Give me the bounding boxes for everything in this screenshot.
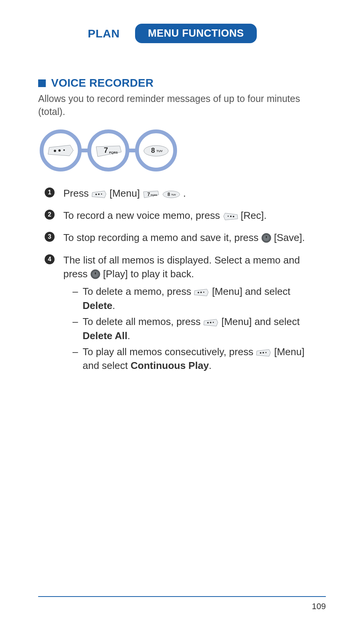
keychain-graphic: 7 PQRS 8 TUV: [40, 128, 326, 173]
svg-point-37: [200, 292, 202, 293]
key-7-icon: 7PQRS: [143, 190, 159, 199]
menu-key-icon: [203, 319, 219, 327]
step-4-text: The list of all memos is displayed. Sele…: [63, 253, 308, 375]
sub2-bold: Delete All: [82, 330, 127, 341]
svg-point-17: [101, 193, 102, 194]
step-3-text: To stop recording a memo and save it, pr…: [63, 231, 305, 244]
sub3-bold: Continuous Play: [130, 360, 209, 371]
page-number: 109: [312, 602, 326, 611]
step-1-end: .: [183, 188, 186, 199]
sub-item-continuous-play-text: To play all memos consecutively, press […: [82, 345, 308, 373]
footer-rule: [38, 596, 326, 597]
bullet-4-icon: 4: [44, 254, 55, 265]
step-1: 1 Press [Menu] 7PQRS 8TUV .: [44, 186, 326, 200]
svg-text:TUV: TUV: [171, 194, 176, 196]
svg-text:TUV: TUV: [156, 149, 163, 153]
step-3-pre: To stop recording a memo and save it, pr…: [63, 232, 261, 243]
menu-key-icon: [92, 190, 107, 199]
rec-key-icon: [223, 212, 238, 221]
step-1-menu-label: [Menu]: [110, 188, 143, 199]
sub-item-delete-all-text: To delete all memos, press [Menu] and se…: [82, 315, 308, 343]
svg-text:8: 8: [151, 147, 155, 154]
sub-item-continuous-play: – To play all memos consecutively, press…: [72, 345, 308, 373]
svg-text:7: 7: [147, 191, 150, 197]
svg-text:3: 3: [48, 233, 52, 240]
section-intro-text: Allows you to record reminder messages o…: [38, 92, 326, 118]
menu-key-icon: [256, 349, 271, 357]
svg-point-38: [203, 292, 205, 293]
step-3-save-label: [Save].: [274, 232, 305, 243]
dash-icon: –: [72, 285, 78, 312]
header-tab-label: MENU FUNCTIONS: [135, 24, 257, 43]
bullet-3-icon: 3: [44, 231, 55, 242]
svg-point-39: [207, 322, 209, 323]
sub1-bold: Delete: [82, 300, 112, 311]
sub-item-delete-all: – To delete all memos, press [Menu] and …: [72, 315, 308, 343]
sub-item-delete-text: To delete a memo, press [Menu] and selec…: [82, 285, 308, 312]
step-2-pre: To record a new voice memo, press: [63, 210, 223, 221]
step-1-text: Press [Menu] 7PQRS 8TUV .: [63, 186, 186, 200]
step-2-rec-label: [Rec].: [241, 210, 267, 221]
sub1-end: .: [113, 300, 115, 311]
step-2-text: To record a new voice memo, press [Rec].: [63, 209, 267, 222]
heading-bullet-icon: [38, 79, 46, 87]
svg-text:1: 1: [48, 189, 52, 196]
sub2-end: .: [127, 330, 130, 341]
step-3: 3 To stop recording a memo and save it, …: [44, 231, 326, 244]
key-8-icon: 8TUV: [162, 190, 180, 199]
dash-icon: –: [72, 345, 78, 373]
svg-point-25: [227, 215, 229, 217]
steps-list: 1 Press [Menu] 7PQRS 8TUV . 2: [38, 186, 326, 375]
menu-key-icon: [194, 288, 209, 297]
sub3-pre: To play all memos consecutively, press: [82, 346, 256, 357]
svg-text:2: 2: [48, 211, 52, 218]
step-4: 4 The list of all memos is displayed. Se…: [44, 253, 326, 375]
step-4-line1-play: [Play] to play it back.: [103, 268, 194, 280]
svg-point-10: [144, 146, 168, 156]
step-4-sub-list: – To delete a memo, press [Menu] and sel…: [63, 285, 308, 372]
bullet-1-icon: 1: [44, 187, 55, 198]
section-heading: VOICE RECORDER: [38, 77, 326, 89]
svg-point-42: [260, 352, 261, 354]
section-title: VOICE RECORDER: [51, 77, 153, 89]
svg-point-27: [233, 216, 234, 217]
svg-point-26: [230, 215, 232, 217]
svg-point-43: [263, 352, 264, 354]
header-row: PLAN MENU FUNCTIONS: [0, 0, 364, 43]
content-area: VOICE RECORDER Allows you to record remi…: [0, 43, 364, 375]
svg-point-16: [98, 193, 100, 195]
sub-item-delete: – To delete a memo, press [Menu] and sel…: [72, 285, 308, 312]
svg-text:8: 8: [168, 192, 170, 197]
svg-point-3: [54, 150, 56, 152]
svg-point-40: [210, 322, 211, 323]
svg-text:4: 4: [48, 256, 52, 262]
svg-point-44: [266, 352, 267, 353]
step-1-pre: Press: [63, 188, 92, 199]
svg-text:PQRS: PQRS: [151, 194, 157, 196]
svg-point-15: [95, 194, 97, 195]
svg-point-41: [213, 322, 214, 323]
svg-point-5: [63, 149, 65, 151]
svg-text:7: 7: [104, 146, 108, 154]
header-plan-label: PLAN: [88, 27, 120, 40]
sub1-post: [Menu] and select: [212, 286, 290, 297]
sub2-pre: To delete all memos, press: [82, 316, 203, 327]
dash-icon: –: [72, 315, 78, 343]
sub2-post: [Menu] and select: [221, 316, 300, 327]
save-key-icon: [261, 233, 271, 243]
sub3-end: .: [209, 360, 211, 371]
svg-point-36: [198, 292, 199, 293]
play-key-icon: [90, 269, 100, 279]
sub1-pre: To delete a memo, press: [82, 286, 194, 297]
step-2: 2 To record a new voice memo, press [Rec…: [44, 209, 326, 222]
svg-point-4: [58, 149, 61, 152]
svg-text:PQRS: PQRS: [109, 151, 118, 154]
bullet-2-icon: 2: [44, 209, 55, 220]
